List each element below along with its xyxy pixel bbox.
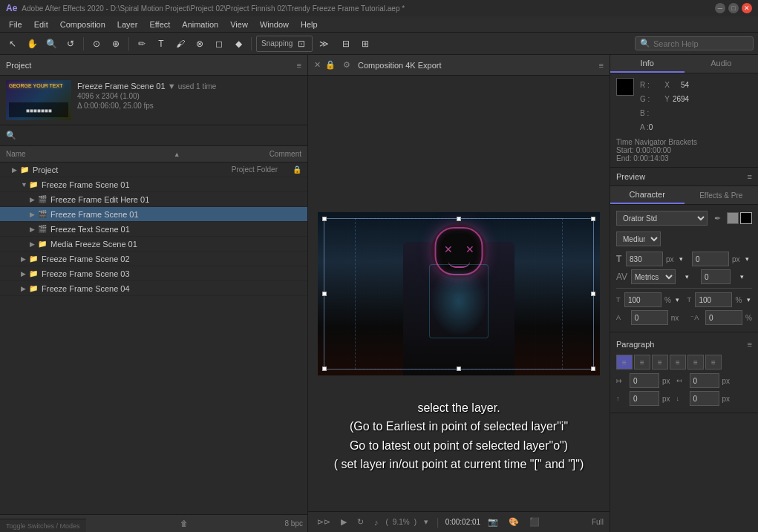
- zoom-tool[interactable]: 🔍: [43, 36, 59, 52]
- space-before-input[interactable]: [630, 391, 659, 406]
- maximize-button[interactable]: □: [728, 3, 739, 13]
- align-left-button[interactable]: ≡: [616, 355, 633, 370]
- hand-tool[interactable]: ✋: [24, 36, 40, 52]
- menu-edit[interactable]: Edit: [28, 19, 54, 30]
- tree-item-scene01[interactable]: ▶ 🎬 Freeze Frame Scene 01: [0, 207, 307, 222]
- tab-info[interactable]: Info: [610, 55, 685, 73]
- menu-help[interactable]: Help: [295, 19, 324, 30]
- kerning-dropdown[interactable]: ▾: [743, 251, 752, 267]
- delete-button[interactable]: 🗑: [177, 517, 191, 531]
- clone-tool[interactable]: ⊗: [192, 36, 208, 52]
- scale-v-dropdown[interactable]: ▾: [745, 292, 752, 308]
- text-tool[interactable]: T: [153, 36, 169, 52]
- menu-file[interactable]: File: [3, 19, 28, 30]
- tree-item-freeze04[interactable]: ▶ 📁 Freeze Frame Scene 04: [0, 281, 307, 296]
- char-effects-tabs: Character Effects & Pre: [610, 186, 758, 205]
- tree-item-freeze02[interactable]: ▶ 📁 Freeze Frame Scene 02: [0, 252, 307, 266]
- menu-composition[interactable]: Composition: [54, 19, 111, 30]
- first-frame-button[interactable]: ⊳⊳: [314, 516, 333, 528]
- menu-window[interactable]: Window: [254, 19, 295, 30]
- align-right-button[interactable]: ≡: [652, 355, 668, 370]
- workspace-btn1[interactable]: ⊟: [338, 36, 354, 52]
- eyedropper-button[interactable]: ✒: [710, 211, 724, 225]
- indent-right-input[interactable]: [690, 373, 719, 388]
- color-button[interactable]: 🎨: [506, 516, 522, 528]
- tree-item-edit-here[interactable]: ▶ 🎬 Freeze Frame Edit Here 01: [0, 192, 307, 207]
- audio-button[interactable]: ♪: [371, 516, 382, 528]
- snapshot-button[interactable]: 📷: [485, 516, 501, 528]
- snapping-toggle[interactable]: ⊡: [295, 38, 307, 50]
- play-button[interactable]: ▶: [338, 516, 350, 528]
- select-tool[interactable]: ↖: [4, 36, 21, 52]
- scale-h-dropdown[interactable]: ▾: [674, 292, 682, 308]
- camera-orbit-tool[interactable]: ⊙: [88, 36, 105, 52]
- more-tools[interactable]: ≫: [316, 36, 332, 52]
- font-size-input[interactable]: [626, 252, 663, 266]
- menu-layer[interactable]: Layer: [111, 19, 144, 30]
- project-menu-button[interactable]: ≡: [297, 61, 301, 70]
- file-tree: ▶ 📁 Project Project Folder 🔒 ▼ 📁 Freeze …: [0, 162, 307, 514]
- camera-track-tool[interactable]: ⊕: [108, 36, 124, 52]
- tree-item-media01[interactable]: ▶ 📁 Media Freeze Scene 01: [0, 237, 307, 252]
- tracking-select[interactable]: Metrics: [631, 269, 676, 284]
- y-row: Y 2694: [664, 92, 689, 105]
- kerning-input[interactable]: [692, 252, 729, 266]
- tree-item-text01[interactable]: ▶ 🎬 Freeze Text Scene 01: [0, 222, 307, 237]
- indent-left-input[interactable]: [630, 373, 659, 388]
- tracking-row: AV Metrics ▾ ▾: [616, 269, 752, 285]
- viewer-close-button[interactable]: ✕: [314, 60, 321, 70]
- zoom-select[interactable]: ▾: [421, 516, 431, 528]
- main-layout: Project ≡ GEORGE YOUR TEXT ◼◼◼◼◼◼◼ Freez…: [0, 55, 758, 532]
- minimize-button[interactable]: ─: [715, 3, 725, 13]
- brush-tool[interactable]: 🖌: [172, 36, 189, 52]
- style-select[interactable]: Medium: [616, 231, 661, 246]
- pen-tool[interactable]: ✏: [134, 36, 150, 52]
- tracking-num-dropdown[interactable]: ▾: [734, 269, 750, 285]
- preview-menu-button[interactable]: ≡: [748, 172, 752, 181]
- indent-right-icon: ↤: [676, 377, 687, 384]
- align-justify-all-button[interactable]: ≡: [705, 355, 722, 370]
- tracking-input[interactable]: [701, 269, 731, 284]
- tree-item-freeze03[interactable]: ▶ 📁 Freeze Frame Scene 03: [0, 266, 307, 281]
- align-center-button[interactable]: ≡: [634, 355, 650, 370]
- eraser-tool[interactable]: ◻: [211, 36, 227, 52]
- tree-item-freeze01-folder[interactable]: ▼ 📁 Freeze Frame Scene 01: [0, 177, 307, 192]
- window-controls[interactable]: ─ □ ✕: [715, 3, 752, 13]
- menu-effect[interactable]: Effect: [143, 19, 176, 30]
- fill-color-box[interactable]: [727, 212, 739, 224]
- item-name-freeze02: Freeze Frame Scene 02: [42, 254, 304, 263]
- menu-animation[interactable]: Animation: [176, 19, 224, 30]
- workspace-btn2[interactable]: ⊞: [357, 36, 373, 52]
- paragraph-menu-button[interactable]: ≡: [748, 340, 752, 349]
- tsume-input[interactable]: [705, 310, 742, 325]
- align-justify-last-left-button[interactable]: ≡: [687, 355, 704, 370]
- x-value: 54: [681, 81, 689, 89]
- viewer-timecode: 0:00:02:01: [445, 518, 480, 526]
- item-name-scene01: Freeze Frame Scene 01: [50, 210, 304, 219]
- puppet-tool[interactable]: ◆: [230, 36, 246, 52]
- font-select[interactable]: Orator Std: [616, 211, 708, 226]
- tab-character[interactable]: Character: [610, 186, 685, 204]
- menu-view[interactable]: View: [224, 19, 254, 30]
- tab-effects-pre[interactable]: Effects & Pre: [685, 186, 759, 204]
- tree-item-project[interactable]: ▶ 📁 Project Project Folder 🔒: [0, 162, 307, 177]
- loop-button[interactable]: ↻: [354, 516, 367, 528]
- baseline-input[interactable]: [631, 310, 668, 325]
- viewer-menu-button[interactable]: ≡: [599, 61, 604, 70]
- stroke-color-box[interactable]: [740, 212, 752, 224]
- project-search-input[interactable]: [21, 131, 301, 140]
- search-input[interactable]: [653, 39, 742, 48]
- scale-v-input[interactable]: [695, 292, 732, 307]
- project-search[interactable]: 🔍: [0, 125, 307, 146]
- transparency-button[interactable]: ⬛: [526, 516, 543, 528]
- project-thumbnail: GEORGE YOUR TEXT ◼◼◼◼◼◼◼: [6, 80, 71, 120]
- space-after-input[interactable]: [690, 391, 719, 406]
- tab-audio[interactable]: Audio: [685, 55, 759, 73]
- rotate-tool[interactable]: ↺: [62, 36, 79, 52]
- align-justify-button[interactable]: ≡: [670, 355, 686, 370]
- scale-h-input[interactable]: [624, 292, 661, 307]
- close-button[interactable]: ✕: [742, 3, 752, 13]
- tracking-dropdown[interactable]: ▾: [679, 269, 695, 285]
- size-dropdown[interactable]: ▾: [677, 251, 686, 267]
- search-box[interactable]: 🔍: [635, 36, 754, 50]
